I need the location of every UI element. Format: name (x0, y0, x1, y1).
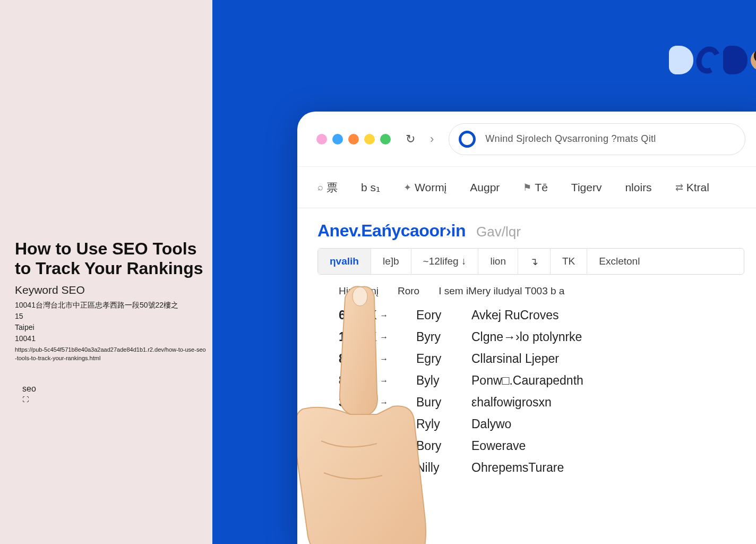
category-cell: Bury (416, 395, 452, 410)
page-title: How to Use SEO Tools to Track Your Ranki… (15, 239, 206, 278)
filter-cell[interactable]: le]b (371, 249, 411, 274)
trend-icon: → (381, 485, 390, 495)
trend-icon: → (380, 311, 388, 320)
logo-shape-b1 (669, 46, 693, 74)
name-cell: Ponw□.Caurapednth (471, 373, 743, 388)
name-cell: Clgne→›lo ptolynrke (471, 330, 743, 344)
category-cell: Eory (416, 308, 452, 322)
tab-icon: ⇄ (675, 182, 683, 193)
browser-window: ↻ › Wnind Sjrolech Qvsarroning ?mats Qit… (297, 112, 756, 544)
metric-cell: 81 00K→ (339, 352, 397, 366)
trend-icon: → (380, 441, 388, 451)
trend-icon: → (380, 376, 388, 386)
filter-cell[interactable]: ~12lifeg ↓ (411, 249, 479, 274)
name-cell: Avkej RuCroves (471, 308, 743, 322)
name-cell: Cllarsinal Ljeper (471, 352, 743, 366)
category-cell: Byry (416, 330, 452, 344)
reload-icon[interactable]: ↻ (406, 132, 415, 146)
metric-cell: 80 00K→ (339, 461, 397, 475)
table-row[interactable]: 68 00K→ Eory Avkej RuCroves (339, 304, 743, 326)
name-cell: εhalfowigrosxn (471, 395, 743, 410)
traffic-dot (316, 134, 327, 144)
address-line: 10041台灣台北市中正區忠孝西路一段50號22樓之 (15, 300, 206, 311)
trend-icon: → (380, 398, 388, 407)
address-postcode: 10041 (15, 333, 206, 344)
metric-cell: 17 004→ (339, 417, 397, 431)
metric-cell: 13 00K→ (339, 330, 397, 344)
tab-item[interactable]: b s₁ (361, 181, 380, 194)
col-header: I sem iMery iludyal T003 b a (439, 285, 564, 297)
metric-cell: 32 00K→ (339, 439, 397, 453)
filter-cell[interactable]: lion (478, 249, 518, 274)
tag-label: seo (22, 384, 206, 394)
trend-icon: → (380, 333, 388, 342)
search-icon (459, 131, 476, 148)
trend-icon: → (380, 463, 388, 473)
table-row[interactable]: 81 00K→ Egry Cllarsinal Ljeper (339, 348, 743, 370)
hero-panel: ↻ › Wnind Sjrolech Qvsarroning ?mats Qit… (212, 0, 756, 544)
filter-cell[interactable]: ηvalih (318, 249, 371, 274)
forward-icon[interactable]: › (430, 132, 434, 146)
filter-cell[interactable]: TK (551, 249, 587, 274)
heading-secondary: Gav/lqr (476, 224, 521, 240)
tab-strip: ⌕票 b s₁ ✦Wormį Augpr ⚑Tē Tigerv nloirs ⇄… (297, 167, 756, 208)
table-row[interactable]: 32 00K→ Bory Eowerave (339, 435, 743, 457)
tab-item[interactable]: ✦Wormį (403, 181, 446, 194)
filter-cell[interactable]: ↴ (518, 249, 551, 274)
name-cell: Dalywo (471, 417, 743, 431)
address-city: Taipei (15, 322, 206, 333)
address-bar[interactable]: Wnind Sjrolech Qvsarroning ?mats Qitl (449, 123, 745, 155)
logo-shape-c (692, 43, 724, 77)
expand-icon: ⛶ (22, 396, 206, 403)
metric-cell: 32 00K→ (339, 395, 397, 410)
col-header: Hiry ounį (339, 285, 379, 297)
table-row[interactable]: 13 00K→ Byry Clgne→›lo ptolynrke (339, 326, 743, 348)
filter-cell[interactable]: Excletonl (587, 249, 651, 274)
tab-item[interactable]: ⇄Ktral (675, 181, 709, 194)
traffic-dot (364, 134, 375, 144)
traffic-dot (380, 134, 391, 144)
data-rows: 68 00K→ Eory Avkej RuCroves 13 00K→ Byry… (297, 302, 756, 500)
name-cell: Eowerave (471, 439, 743, 453)
category-cell: Nilly (416, 461, 452, 475)
table-row[interactable]: 80 00K→ Byly Ponw□.Caurapednth (339, 370, 743, 392)
tab-icon: ✦ (403, 182, 411, 193)
source-url: https://pub-5c454f571b8e40a3a2aad27ade84… (15, 345, 206, 363)
browser-toolbar: ↻ › Wnind Sjrolech Qvsarroning ?mats Qit… (297, 112, 756, 167)
traffic-dot (348, 134, 359, 144)
logo-shape-b2 (723, 46, 748, 74)
address-bar-text: Wnind Sjrolech Qvsarroning ?mats Qitl (485, 133, 656, 144)
table-row[interactable]: 32 00K→ Bury εhalfowigrosxn (339, 392, 743, 413)
category-cell: Bory (416, 439, 452, 453)
logo-cluster (669, 46, 756, 74)
table-row[interactable]: 8E 00K→ (339, 479, 743, 500)
metric-cell: 80 00K→ (339, 373, 397, 388)
column-headers: Hiry ounį Roro I sem iMery iludyal T003 … (297, 275, 756, 302)
category-cell: Egry (416, 352, 452, 366)
page-subtitle: Keyword SEO (15, 284, 206, 296)
metric-cell: 8E 00K→ (339, 482, 397, 497)
table-row[interactable]: 17 004→ Ryly Dalywo (339, 413, 743, 435)
traffic-lights (316, 134, 391, 144)
name-cell: OhrepemsTurare (471, 461, 743, 475)
traffic-dot (332, 134, 343, 144)
tab-item[interactable]: ⚑Tē (523, 181, 548, 194)
category-cell: Ryly (416, 417, 452, 431)
col-header: Roro (398, 285, 419, 297)
tab-item[interactable]: Tigerv (571, 181, 602, 194)
tab-item[interactable]: ⌕票 (317, 180, 338, 195)
left-info-panel: How to Use SEO Tools to Track Your Ranki… (15, 239, 206, 403)
category-cell: Byly (416, 373, 452, 388)
tab-item[interactable]: Augpr (470, 181, 500, 194)
heading-primary: Anev.Eańycaoor›in (317, 221, 466, 241)
trend-icon: → (377, 420, 386, 429)
tab-icon: ⚑ (523, 182, 531, 193)
page-heading: Anev.Eańycaoor›in Gav/lqr (297, 208, 756, 248)
trend-icon: → (380, 354, 388, 364)
avatar-icon (751, 49, 756, 71)
filter-bar: ηvalih le]b ~12lifeg ↓ lion ↴ TK Excleto… (317, 248, 744, 275)
address-floor: 15 (15, 311, 206, 322)
table-row[interactable]: 80 00K→ Nilly OhrepemsTurare (339, 457, 743, 479)
tab-item[interactable]: nloirs (625, 181, 651, 194)
tab-icon: ⌕ (317, 182, 323, 193)
